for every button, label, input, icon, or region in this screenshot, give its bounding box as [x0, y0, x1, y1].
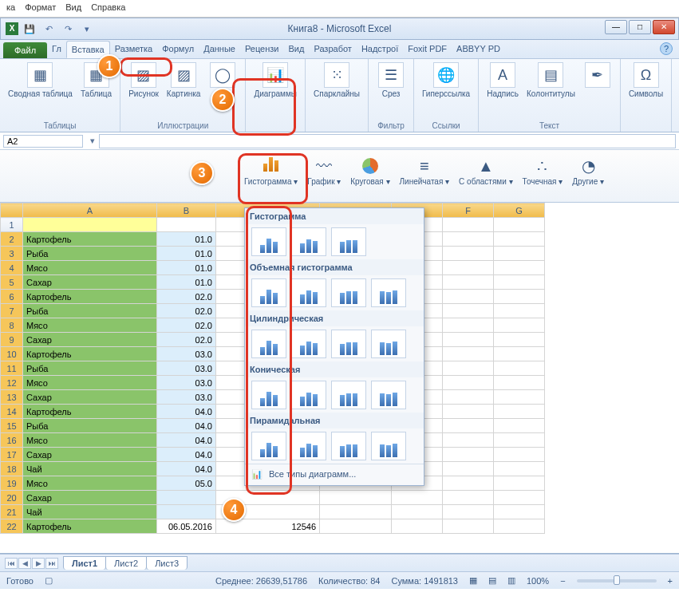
- col-header-G[interactable]: G: [494, 203, 545, 218]
- chart-thumb[interactable]: [291, 278, 326, 307]
- line-chart-button[interactable]: 〰График ▾: [302, 153, 345, 188]
- cell[interactable]: [320, 519, 392, 534]
- cell[interactable]: [494, 247, 545, 261]
- cell[interactable]: Картофель: [23, 290, 157, 304]
- cell[interactable]: [443, 247, 494, 261]
- chart-thumb[interactable]: [331, 432, 366, 460]
- ribbon-tab-abbyy pd[interactable]: ABBYY PD: [452, 41, 505, 58]
- cell[interactable]: Картофель: [23, 519, 157, 534]
- headerfooter-button[interactable]: ▤Колонтитулы: [523, 61, 578, 100]
- scatter-chart-button[interactable]: ∴Точечная ▾: [518, 153, 568, 188]
- cell[interactable]: 05.0: [157, 476, 216, 491]
- cell[interactable]: [494, 390, 545, 405]
- chart-thumb[interactable]: [291, 381, 326, 409]
- row-header[interactable]: 9: [1, 333, 23, 347]
- chart-thumb[interactable]: [251, 278, 286, 307]
- row-header[interactable]: 17: [1, 448, 23, 462]
- chart-thumb[interactable]: [371, 330, 406, 358]
- chart-thumb[interactable]: [291, 330, 326, 358]
- chart-thumb[interactable]: [371, 278, 406, 307]
- zoom-slider[interactable]: [577, 579, 657, 582]
- sheet-tab[interactable]: Лист1: [63, 556, 106, 570]
- next-sheet-icon[interactable]: ▶: [32, 558, 45, 569]
- cell[interactable]: [443, 519, 494, 534]
- wordart-button[interactable]: ✒: [580, 61, 615, 91]
- cell[interactable]: Рыба: [23, 247, 157, 261]
- cell[interactable]: [494, 433, 545, 448]
- ribbon-tab-разработ[interactable]: Разработ: [309, 41, 356, 58]
- sheet-tab[interactable]: Лист3: [146, 556, 188, 570]
- menu-item[interactable]: Вид: [62, 2, 85, 14]
- row-header[interactable]: 1: [1, 218, 23, 232]
- cell[interactable]: Чай: [23, 505, 157, 519]
- cell[interactable]: [443, 361, 494, 376]
- cell[interactable]: [443, 275, 494, 290]
- row-header[interactable]: 19: [1, 476, 23, 491]
- formula-bar[interactable]: [99, 134, 676, 148]
- chart-thumb[interactable]: [251, 432, 286, 460]
- cell[interactable]: [494, 505, 545, 519]
- cell[interactable]: 06.05.2016: [157, 519, 216, 534]
- cell[interactable]: [443, 376, 494, 390]
- cell[interactable]: [443, 318, 494, 333]
- cell[interactable]: [392, 505, 443, 519]
- ribbon-tab-формул[interactable]: Формул: [157, 41, 199, 58]
- ribbon-tab-foxit pdf[interactable]: Foxit PDF: [403, 41, 452, 58]
- cell[interactable]: [392, 519, 443, 534]
- cell[interactable]: Мясо: [23, 433, 157, 448]
- row-header[interactable]: 16: [1, 433, 23, 448]
- cell[interactable]: [494, 347, 545, 361]
- qat-more-icon[interactable]: ▾: [79, 21, 95, 37]
- cell[interactable]: [494, 405, 545, 419]
- cell[interactable]: 03.0: [157, 390, 216, 405]
- macro-record-icon[interactable]: ▢: [45, 575, 53, 586]
- close-button[interactable]: ✕: [653, 20, 675, 34]
- cell[interactable]: [494, 318, 545, 333]
- cell[interactable]: [494, 218, 545, 232]
- cell[interactable]: [392, 491, 443, 505]
- chart-thumb[interactable]: [251, 381, 286, 409]
- namebox-dropdown-icon[interactable]: ▾: [86, 136, 99, 146]
- area-chart-button[interactable]: ▲С областями ▾: [454, 153, 517, 188]
- cell[interactable]: Рыба: [23, 304, 157, 318]
- cell[interactable]: Рыба: [23, 361, 157, 376]
- cell[interactable]: [443, 290, 494, 304]
- chart-thumb[interactable]: [331, 278, 366, 307]
- cell[interactable]: Мясо: [23, 376, 157, 390]
- chart-thumb[interactable]: [371, 381, 406, 409]
- cell[interactable]: Сахар: [23, 448, 157, 462]
- cell[interactable]: [320, 491, 392, 505]
- view-pagebreak-icon[interactable]: ▥: [507, 575, 515, 586]
- cell[interactable]: Картофель: [23, 347, 157, 361]
- cell[interactable]: 04.0: [157, 448, 216, 462]
- cell[interactable]: [443, 419, 494, 433]
- cell[interactable]: [494, 290, 545, 304]
- other-charts-button[interactable]: ◔Другие ▾: [567, 153, 609, 188]
- cell[interactable]: [443, 405, 494, 419]
- cell[interactable]: [320, 505, 392, 519]
- ribbon-tab-рецензи[interactable]: Рецензи: [240, 41, 284, 58]
- cell[interactable]: Сахар: [23, 275, 157, 290]
- shapes-button[interactable]: ◯: [205, 61, 240, 91]
- save-icon[interactable]: 💾: [22, 21, 38, 37]
- chart-thumb[interactable]: [331, 227, 366, 256]
- cell[interactable]: [494, 232, 545, 247]
- sheet-nav[interactable]: ⏮ ◀ ▶ ⏭: [5, 558, 58, 569]
- cell[interactable]: [443, 232, 494, 247]
- cell[interactable]: [494, 491, 545, 505]
- cell[interactable]: 03.0: [157, 347, 216, 361]
- cell[interactable]: [494, 476, 545, 491]
- cell[interactable]: Мясо: [23, 476, 157, 491]
- ribbon-tab-надстрої[interactable]: Надстрої: [357, 41, 403, 58]
- row-header[interactable]: 12: [1, 376, 23, 390]
- row-header[interactable]: 3: [1, 247, 23, 261]
- row-header[interactable]: 18: [1, 462, 23, 476]
- slicer-button[interactable]: ☰Срез: [373, 61, 409, 100]
- cell[interactable]: [443, 390, 494, 405]
- cell[interactable]: 02.0: [157, 318, 216, 333]
- cell[interactable]: 01.0: [157, 275, 216, 290]
- row-header[interactable]: 4: [1, 261, 23, 275]
- cell[interactable]: [443, 433, 494, 448]
- row-header[interactable]: 20: [1, 491, 23, 505]
- row-header[interactable]: 15: [1, 419, 23, 433]
